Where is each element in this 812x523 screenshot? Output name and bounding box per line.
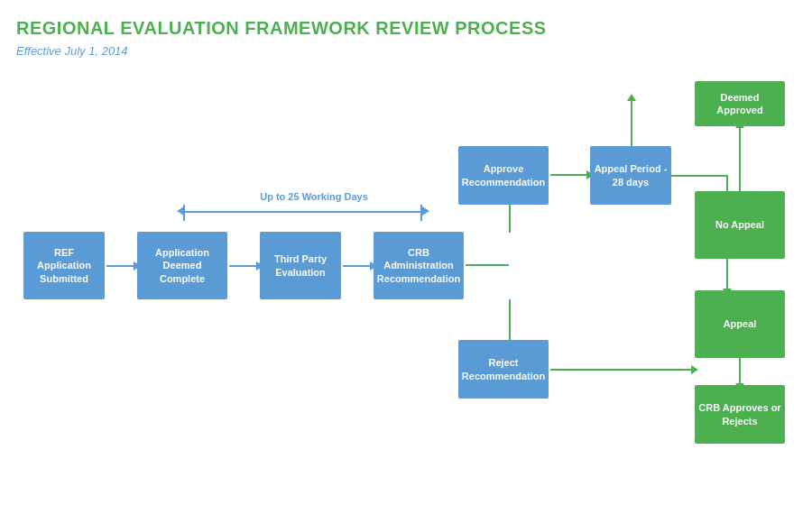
bracket-arrow-right <box>422 206 429 216</box>
arrow-up-head <box>627 94 636 101</box>
appeal-h-right <box>671 175 727 177</box>
bracket-line <box>183 211 420 213</box>
box-reject: Reject Recommendation <box>458 340 549 399</box>
box-third-party: Third Party Evaluation <box>260 232 341 299</box>
box-crb-approves: CRB Approves or Rejects <box>695 385 785 444</box>
approve-to-appeal-h <box>550 174 588 176</box>
no-appeal-to-deemed-v <box>739 126 741 191</box>
box-ref-application: REF Application Submitted <box>23 232 105 299</box>
arrow-right-head2 <box>691 365 698 374</box>
page-subtitle: Effective July 1, 2014 <box>16 44 796 58</box>
arrow-3 <box>343 265 372 267</box>
box-app-deemed: Application Deemed Complete <box>137 232 227 299</box>
box-no-appeal: No Appeal <box>695 191 785 259</box>
page-title: REGIONAL EVALUATION FRAMEWORK REVIEW PRO… <box>16 18 796 39</box>
box-approve: Approve Recommendation <box>458 146 549 205</box>
reject-to-crb-h <box>550 369 693 371</box>
arrow-2 <box>229 265 258 267</box>
appeal-to-no-appeal-v <box>631 99 632 146</box>
arrow-1 <box>106 265 135 267</box>
bracket-arrow-left <box>177 206 184 216</box>
diagram-area: REF Application Submitted Application De… <box>16 74 796 489</box>
crb-h-connector <box>466 264 509 266</box>
box-deemed-approved: Deemed Approved <box>695 81 785 126</box>
appeal-to-crb-v <box>739 358 741 385</box>
working-days-label: Up to 25 Working Days <box>224 191 404 202</box>
page: REGIONAL EVALUATION FRAMEWORK REVIEW PRO… <box>0 0 812 523</box>
box-appeal-period: Appeal Period - 28 days <box>590 146 671 205</box>
box-appeal: Appeal <box>695 290 785 358</box>
box-crb-admin: CRB Administration Recommendation <box>374 232 464 299</box>
